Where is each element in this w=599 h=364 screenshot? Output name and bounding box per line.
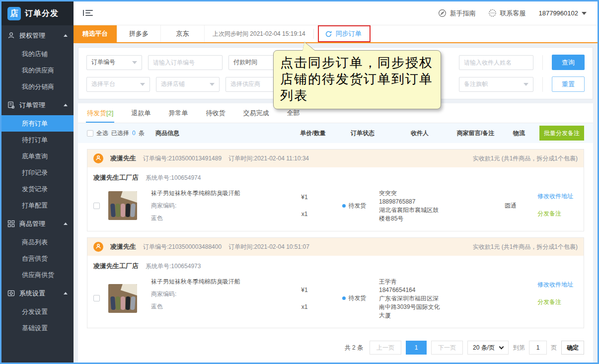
unit-price: ¥1 — [280, 287, 329, 293]
chevron-down-icon — [582, 12, 587, 15]
order-checkbox[interactable] — [93, 203, 100, 209]
list-header-row: 全选 已选择 0 条 商品信息 单价/数量 订单状态 收件人 商家留言/备注 物… — [78, 123, 593, 143]
sync-tooltip-callout: 点击同步订单，同步授权店铺的待发货订单到订单列表 — [273, 50, 441, 109]
prev-page-button[interactable]: 上一页 — [370, 341, 401, 355]
tab-refunds[interactable]: 退款单 — [131, 103, 150, 123]
quantity: x1 — [280, 211, 329, 218]
sidebar-item-product-list[interactable]: 商品列表 — [1, 234, 74, 250]
compass-icon — [438, 9, 447, 17]
status-dot — [342, 204, 346, 208]
sidebar-item-ship-records[interactable]: 发货记录 — [1, 181, 74, 197]
sidebar-group-settings[interactable]: 系统设置 — [1, 283, 74, 303]
unit-price: ¥1 — [280, 194, 329, 201]
product-image — [108, 284, 137, 313]
dispatch-note-link[interactable]: 分发备注 — [537, 210, 584, 218]
product-title: 袜子男短袜秋冬季纯棉防臭吸汗船 — [151, 278, 275, 286]
tab-pending-receipt[interactable]: 待收货 — [206, 103, 225, 123]
account-menu[interactable]: 18779960102 — [538, 9, 587, 17]
sync-orders-button-highlighted[interactable]: 同步订单 — [318, 25, 371, 42]
edit-address-link[interactable]: 修改收件地址 — [537, 192, 584, 201]
tab-abnormal[interactable]: 异常单 — [168, 103, 188, 123]
sidebar-item-receipt-query[interactable]: 底单查询 — [1, 148, 74, 164]
tab-featured-platform[interactable]: 精选平台 — [74, 25, 117, 42]
next-page-button[interactable]: 下一页 — [431, 341, 463, 355]
confirm-page-button[interactable]: 确定 — [561, 341, 584, 355]
col-header-note: 商家留言/备注 — [452, 129, 499, 138]
goto-page-suffix: 页 — [551, 344, 557, 352]
sidebar-item-basic-settings[interactable]: 基础设置 — [1, 320, 74, 336]
shop-select[interactable]: 选择店铺 — [156, 77, 220, 92]
page-size-select[interactable]: 20 条/页 — [467, 341, 509, 355]
factory-shop-name: 凌潇先生工厂店 — [93, 173, 139, 182]
sidebar-item-dispatch-settings[interactable]: 分发设置 — [1, 303, 74, 320]
goto-page-input[interactable] — [529, 341, 547, 355]
edit-address-link[interactable]: 修改收件地址 — [537, 281, 584, 289]
search-button[interactable]: 查询 — [552, 55, 585, 70]
platform-select[interactable]: 选择平台 — [86, 77, 150, 92]
recipient-address: 广东省深圳市福田区深南中路3039号国际文化大厦 — [379, 294, 444, 320]
select-all-checkbox[interactable] — [87, 130, 93, 137]
order-status: 待发货 — [349, 294, 367, 302]
amount-summary: 实收款1元 (共1件商品，拆分成1个包裹) — [473, 154, 578, 163]
note-flag-select[interactable]: 备注旗帜 — [459, 77, 533, 92]
merchant-note-cell — [444, 277, 491, 320]
order-row: 袜子男短袜秋冬季纯棉防臭吸汗船 商家编码: 蓝色 ¥1 x1 待发货 — [87, 183, 584, 231]
sidebar-group-label: 订单管理 — [19, 101, 45, 110]
app-logo: 店 订单分发 — [1, 1, 74, 25]
divider — [542, 55, 543, 70]
tab-pending-shipment[interactable]: 待发货 [2] — [87, 103, 113, 123]
sidebar-item-self-supply[interactable]: 自营供货 — [1, 250, 74, 267]
sidebar-item-all-orders[interactable]: 所有订单 — [1, 115, 74, 132]
col-header-price: 单价/数量 — [288, 129, 338, 138]
sidebar-group-products[interactable]: 商品管理 — [1, 214, 74, 234]
dispatch-note-link[interactable]: 分发备注 — [537, 298, 584, 306]
tab-pinduoduo[interactable]: 拼多多 — [117, 25, 161, 42]
order-no-input[interactable] — [148, 55, 223, 70]
batch-dispatch-note-button[interactable]: 批量分发备注 — [539, 126, 584, 141]
chevron-down-icon — [524, 83, 528, 86]
sidebar-item-print-records[interactable]: 打印记录 — [1, 164, 74, 181]
contact-support-link[interactable]: 联系客服 — [488, 9, 525, 18]
topbar: 新手指南 联系客服 18779960102 — [74, 1, 598, 25]
sidebar-group-orders[interactable]: 订单管理 — [1, 95, 74, 115]
platform-tab-bar: 精选平台 拼多多 京东 上次同步时间 2021-02-04 15:19:14 同… — [74, 25, 598, 43]
order-icon — [7, 101, 19, 109]
quantity: x1 — [280, 303, 329, 310]
sidebar-item-print-config[interactable]: 打单配置 — [1, 197, 74, 214]
grid-icon — [7, 220, 19, 227]
chevron-up-icon — [64, 34, 68, 37]
sidebar-group-label: 授权管理 — [19, 31, 45, 40]
account-number: 18779960102 — [538, 9, 578, 17]
product-variant: 蓝色 — [151, 302, 275, 311]
chevron-up-icon — [64, 222, 68, 225]
recipient-name: 突突突 — [379, 189, 444, 198]
sidebar-group-auth[interactable]: 授权管理 — [1, 25, 74, 46]
chevron-down-icon — [499, 344, 504, 349]
merchant-code: 商家编码: — [151, 202, 275, 210]
goto-page-label: 到第 — [513, 344, 525, 352]
platform-icon — [93, 242, 103, 252]
sidebar-item-my-suppliers[interactable]: 我的供应商 — [1, 62, 74, 78]
col-header-recipient: 收件人 — [387, 129, 452, 138]
tab-count-badge: [2] — [106, 109, 113, 117]
beginner-guide-link[interactable]: 新手指南 — [438, 9, 475, 18]
col-header-status: 订单状态 — [338, 129, 387, 138]
order-field-select[interactable]: 订单编号 — [86, 55, 142, 70]
logistics-company: 圆通 — [491, 202, 530, 210]
order-checkbox[interactable] — [93, 295, 100, 301]
tab-completed[interactable]: 交易完成 — [243, 103, 269, 123]
reset-button[interactable]: 重置 — [552, 76, 585, 92]
recipient-name-input[interactable] — [459, 55, 533, 70]
sidebar-item-my-shops[interactable]: 我的店铺 — [1, 46, 74, 62]
recipient-phone: 18476654164 — [379, 286, 444, 294]
recipient-address: 湖北省襄阳市襄城区鼓楼巷85号 — [379, 206, 444, 223]
chevron-down-icon — [132, 61, 137, 64]
sidebar-item-supplier-supply[interactable]: 供应商供货 — [1, 267, 74, 283]
collapse-menu-icon[interactable] — [84, 10, 93, 16]
app-window: 店 订单分发 授权管理 我的店铺 我的供应商 我的分销商 订单管理 所有订单 待… — [0, 0, 599, 364]
tab-jd[interactable]: 京东 — [161, 25, 205, 42]
platform-icon — [93, 153, 103, 163]
current-page-button[interactable]: 1 — [406, 341, 427, 355]
sidebar-item-my-distributors[interactable]: 我的分销商 — [1, 78, 74, 95]
sidebar-item-pending-print[interactable]: 待打订单 — [1, 132, 74, 148]
